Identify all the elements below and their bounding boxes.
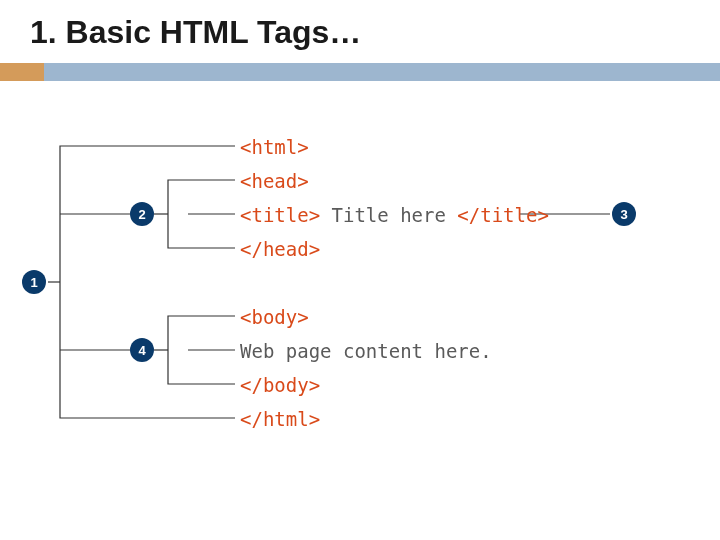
badge-4: 4 — [130, 338, 154, 362]
badge-2: 2 — [130, 202, 154, 226]
slide-header: 1. Basic HTML Tags… — [0, 0, 720, 51]
slide-title: 1. Basic HTML Tags… — [30, 14, 720, 51]
badge-1: 1 — [22, 270, 46, 294]
accent-bar-orange — [0, 63, 44, 81]
code-title-line: <title> Title here </title> — [240, 204, 549, 226]
code-body-close: </body> — [240, 374, 320, 396]
code-html-close: </html> — [240, 408, 320, 430]
code-body-content: Web page content here. — [240, 340, 492, 362]
accent-bar-blue — [44, 63, 720, 81]
html-structure-diagram: 1 2 3 4 <html> <head> <title> Title here… — [40, 136, 720, 446]
code-body-open: <body> — [240, 306, 309, 328]
code-head-open: <head> — [240, 170, 309, 192]
badge-3: 3 — [612, 202, 636, 226]
bracket-lines — [40, 136, 660, 446]
code-head-close: </head> — [240, 238, 320, 260]
code-html-open: <html> — [240, 136, 309, 158]
accent-bar — [0, 63, 720, 81]
